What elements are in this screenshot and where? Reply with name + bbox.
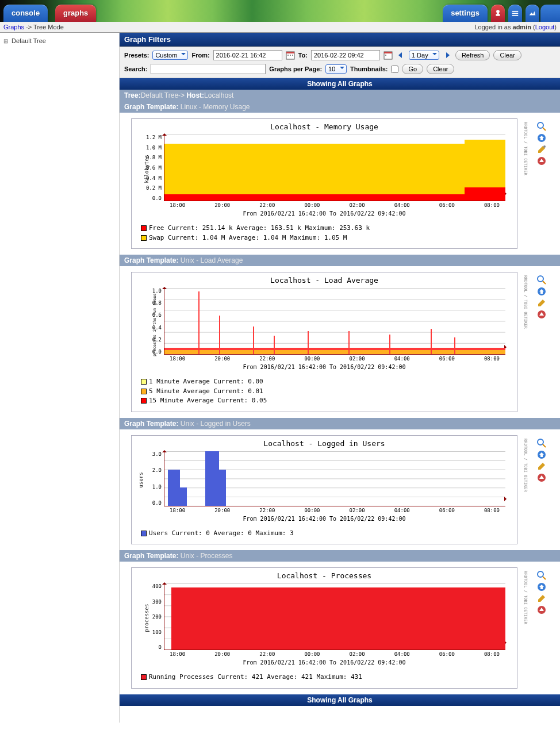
breadcrumb-bar: Graphs -> Tree Mode Logged in as admin (… (0, 22, 560, 33)
page-top-icon[interactable] (537, 605, 546, 614)
range-select[interactable]: 1 Day (409, 51, 439, 60)
gpp-label: Graphs per Page: (269, 66, 322, 72)
main-content: Graph Filters Presets: Custom From: To: … (120, 33, 560, 723)
presets-label: Presets: (124, 52, 149, 59)
search-input[interactable] (151, 64, 266, 74)
plot-area (164, 135, 505, 201)
breadcrumb-page: Tree Mode (33, 24, 64, 30)
preview-view-icon[interactable] (526, 5, 539, 22)
template-header-memory: Graph Template: Linux - Memory Usage (120, 101, 560, 113)
from-input[interactable] (213, 50, 282, 60)
svg-rect-6 (287, 55, 289, 56)
shift-left-icon[interactable] (396, 51, 405, 60)
presets-select[interactable]: Custom (152, 51, 188, 60)
list-view-icon[interactable] (508, 5, 522, 22)
logged-user: admin (513, 24, 531, 30)
template-header-processes: Graph Template: Unix - Processes (120, 550, 560, 562)
page-top-icon[interactable] (537, 310, 546, 319)
svg-rect-11 (385, 55, 386, 56)
svg-point-27 (538, 439, 543, 445)
logout-link[interactable]: Logout (535, 24, 555, 30)
svg-rect-2 (512, 15, 519, 16)
graph-load[interactable]: Localhost - Load Average processes in th… (131, 272, 517, 412)
svg-rect-7 (290, 55, 291, 56)
svg-line-22 (543, 281, 546, 284)
page-top-icon[interactable] (537, 156, 546, 166)
thumbnails-checkbox[interactable] (391, 66, 398, 73)
shift-right-icon[interactable] (443, 51, 452, 60)
to-input[interactable] (311, 50, 380, 60)
edit-icon[interactable] (537, 594, 546, 603)
tab-settings[interactable]: settings (443, 5, 488, 22)
edit-icon[interactable] (537, 145, 546, 154)
svg-rect-1 (512, 13, 519, 14)
svg-line-28 (543, 444, 546, 447)
xaxis: 18:0020:0022:0000:0002:0004:0006:0008:00 (164, 202, 505, 209)
graph-users[interactable]: Localhost - Logged in Users users 3.02.0… (131, 435, 517, 545)
showing-banner-top: Showing All Graphs (120, 78, 560, 90)
svg-line-34 (543, 577, 546, 579)
svg-rect-5 (286, 52, 294, 53)
svg-marker-12 (398, 52, 402, 58)
breadcrumb-link[interactable]: Graphs (3, 24, 24, 30)
search-label: Search: (124, 66, 147, 72)
top-bar: console graphs settings (0, 0, 560, 22)
graph-title: Localhost - Memory Usage (132, 119, 517, 135)
graph-memory[interactable]: Localhost - Memory Usage kilobytes 1.2 M… (131, 118, 517, 249)
zoom-icon[interactable] (537, 439, 546, 448)
graph-filters-header: Graph Filters (120, 33, 560, 47)
template-header-load: Graph Template: Unix - Load Average (120, 255, 560, 266)
page-top-icon[interactable] (537, 473, 546, 482)
csv-icon[interactable] (537, 287, 546, 296)
yaxis: 1.2 M1.0 M0.8 M0.6 M0.4 M0.2 M0.0 (139, 135, 162, 201)
legend: Free Current: 251.14 k Average: 163.51 k… (132, 221, 517, 248)
svg-point-18 (543, 145, 546, 148)
csv-icon[interactable] (537, 582, 546, 591)
zoom-icon[interactable] (537, 571, 546, 580)
go-button[interactable]: Go (402, 64, 423, 74)
svg-marker-3 (530, 11, 536, 16)
thumbnails-label: Thumbnails: (350, 66, 388, 72)
from-label: From: (191, 52, 209, 59)
sidebar: Default Tree (0, 33, 120, 723)
edit-icon[interactable] (537, 298, 546, 308)
edit-icon[interactable] (537, 462, 546, 471)
tree-node-default[interactable]: Default Tree (3, 36, 116, 45)
graph-tools (537, 118, 549, 166)
graph-filters: Presets: Custom From: To: 1 Day Refresh … (120, 47, 560, 78)
refresh-button[interactable]: Refresh (455, 50, 490, 60)
tab-console[interactable]: console (3, 5, 48, 22)
tree-view-icon[interactable] (491, 5, 505, 22)
tab-graphs[interactable]: graphs (55, 5, 96, 22)
svg-rect-0 (512, 11, 519, 12)
to-label: To: (298, 52, 308, 59)
svg-rect-8 (292, 55, 293, 56)
csv-icon[interactable] (537, 133, 546, 143)
calendar-from-icon[interactable] (286, 51, 295, 60)
svg-line-15 (543, 128, 546, 130)
calendar-to-icon[interactable] (383, 51, 393, 60)
clear-search-button[interactable]: Clear (427, 64, 454, 74)
svg-marker-13 (446, 52, 450, 58)
csv-icon[interactable] (537, 450, 546, 459)
graph-processes[interactable]: Localhost - Processes processes 40030020… (131, 567, 517, 689)
gpp-select[interactable]: 10 (325, 64, 347, 74)
showing-banner-bottom: Showing All Graphs (120, 694, 560, 706)
tree-host-bar: Tree:Default Tree-> Host:Localhost (120, 90, 560, 101)
svg-point-33 (538, 571, 543, 577)
zoom-icon[interactable] (537, 122, 546, 131)
svg-point-14 (538, 122, 543, 128)
zoom-icon[interactable] (537, 275, 546, 285)
svg-rect-10 (384, 52, 392, 53)
template-header-users: Graph Template: Unix - Logged in Users (120, 418, 560, 429)
clear-button[interactable]: Clear (493, 50, 521, 60)
svg-point-21 (538, 276, 543, 282)
